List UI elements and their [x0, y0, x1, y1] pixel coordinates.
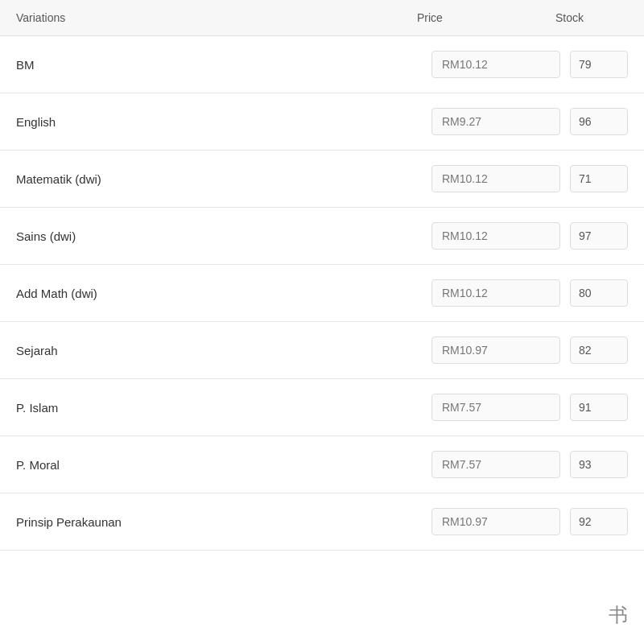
- table-row: Matematik (dwi): [0, 151, 644, 208]
- stock-input-bm[interactable]: [570, 51, 628, 78]
- price-input-sains[interactable]: [431, 222, 560, 250]
- price-input-bm[interactable]: [431, 51, 560, 78]
- variation-name-bm: BM: [16, 58, 431, 72]
- table-header: Variations Price Stock: [0, 0, 644, 36]
- table-row: P. Moral: [0, 436, 644, 493]
- stock-input-p-moral[interactable]: [570, 451, 628, 478]
- variations-table: Variations Price Stock BMEnglishMatemati…: [0, 0, 644, 551]
- price-input-p-moral[interactable]: [431, 451, 560, 478]
- stock-input-p-islam[interactable]: [570, 394, 628, 421]
- stock-input-sains[interactable]: [570, 222, 628, 250]
- header-stock: Stock: [555, 11, 628, 24]
- stock-input-sejarah[interactable]: [570, 336, 628, 364]
- table-row: P. Islam: [0, 379, 644, 436]
- header-price: Price: [417, 11, 546, 24]
- price-input-matematik[interactable]: [431, 165, 560, 192]
- price-input-english[interactable]: [431, 108, 560, 135]
- corner-book-icon: 书: [609, 602, 628, 628]
- price-input-p-islam[interactable]: [431, 394, 560, 421]
- table-rows: BMEnglishMatematik (dwi)Sains (dwi)Add M…: [0, 36, 644, 551]
- variation-name-prinsip: Prinsip Perakaunan: [16, 515, 431, 529]
- table-row: English: [0, 93, 644, 151]
- table-row: Sejarah: [0, 322, 644, 379]
- price-input-prinsip[interactable]: [431, 508, 560, 535]
- stock-input-add-math[interactable]: [570, 279, 628, 307]
- table-row: Add Math (dwi): [0, 265, 644, 322]
- variation-name-matematik: Matematik (dwi): [16, 172, 431, 186]
- variation-name-sejarah: Sejarah: [16, 344, 431, 357]
- variation-name-p-moral: P. Moral: [16, 458, 431, 472]
- stock-input-matematik[interactable]: [570, 165, 628, 192]
- stock-input-prinsip[interactable]: [570, 508, 628, 535]
- price-input-add-math[interactable]: [431, 279, 560, 307]
- variation-name-add-math: Add Math (dwi): [16, 287, 431, 300]
- stock-input-english[interactable]: [570, 108, 628, 135]
- variation-name-english: English: [16, 115, 431, 129]
- table-row: BM: [0, 36, 644, 93]
- variation-name-sains: Sains (dwi): [16, 229, 431, 243]
- table-row: Sains (dwi): [0, 208, 644, 265]
- table-row: Prinsip Perakaunan: [0, 493, 644, 551]
- header-variations: Variations: [16, 11, 417, 24]
- variation-name-p-islam: P. Islam: [16, 401, 431, 415]
- price-input-sejarah[interactable]: [431, 336, 560, 364]
